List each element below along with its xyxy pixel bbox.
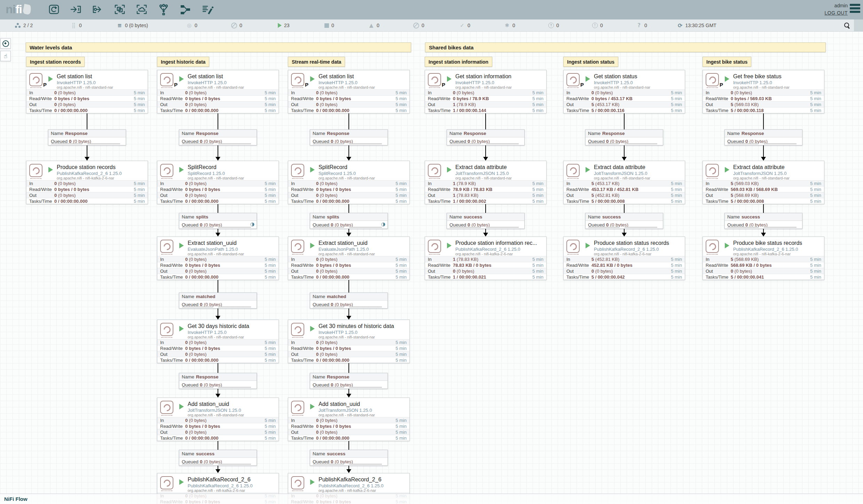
- processor-type: InvokeHTTP 1.25.0: [455, 80, 546, 86]
- processor-name: Get station status: [594, 73, 685, 80]
- status-locally-modified: ✱0: [504, 19, 515, 31]
- section-label[interactable]: Ingest station information: [425, 57, 492, 67]
- processor-stats: In1 (78.9 KB)5 minRead/Write78.9 KB / 78…: [425, 180, 546, 204]
- stat-row: Read/Write0 bytes / 0 bytes5 min: [288, 423, 409, 429]
- funnel-icon[interactable]: [157, 3, 170, 16]
- connection-label[interactable]: Name matched Queued 0 (0 bytes): [179, 293, 257, 309]
- stat-row: Read/Write0 bytes / 0 bytes5 min: [157, 423, 278, 429]
- run-status-running-icon: [48, 167, 53, 173]
- label-icon[interactable]: [201, 3, 214, 16]
- processor[interactable]: SplitRecord SplitRecord 1.25.0 org.apach…: [288, 161, 410, 204]
- processor[interactable]: Produce station records PublishKafkaReco…: [26, 161, 148, 204]
- processor[interactable]: P Get free bike status InvokeHTTP 1.25.0…: [703, 70, 824, 113]
- processor-name: Extract data attribute: [594, 164, 685, 171]
- input-port-icon[interactable]: [69, 3, 83, 16]
- connection-label[interactable]: Name Response Queued 0 (0 bytes): [310, 129, 388, 145]
- processor[interactable]: Extract station_uuid EvaluateJsonPath 1.…: [157, 237, 279, 280]
- connection-label[interactable]: Name success Queued 0 (0 bytes): [724, 213, 802, 229]
- processor-stats: In0 (0 bytes)5 minRead/Write0 bytes / 0 …: [157, 180, 278, 204]
- connection-label[interactable]: Name matched Queued 0 (0 bytes): [310, 293, 388, 309]
- processor-stats: In5 (452.81 KB)5 minRead/Write452.81 KB …: [564, 256, 685, 280]
- processor[interactable]: Add station_uuid JoltTransformJSON 1.25.…: [288, 398, 410, 441]
- section-label[interactable]: Ingest station status: [563, 57, 618, 67]
- processor-name: PublishKafkaRecord_2_6: [188, 476, 278, 483]
- stat-row: Out0 (0 bytes)5 min: [288, 101, 409, 107]
- processor-type: EvaluateJsonPath 1.25.0: [188, 247, 278, 252]
- operate-palette-button[interactable]: ☝: [0, 51, 11, 61]
- processor[interactable]: Add station_uuid JoltTransformJSON 1.25.…: [157, 398, 279, 441]
- section-label[interactable]: Ingest historic data: [157, 57, 209, 67]
- process-group-icon[interactable]: [113, 3, 126, 16]
- connection-arrowhead: [483, 157, 488, 161]
- stat-row: Read/Write0 bytes / 0 bytes5 min: [288, 345, 409, 351]
- logout-link[interactable]: LOG OUT: [824, 9, 848, 17]
- section-label[interactable]: Ingest station records: [26, 57, 85, 67]
- connection-name: splits: [327, 214, 339, 219]
- processor-type: SplitRecord 1.25.0: [319, 171, 409, 176]
- stat-row: Out0 (0 bytes)5 min: [157, 268, 278, 274]
- processor[interactable]: P Get station list InvokeHTTP 1.25.0 org…: [157, 70, 279, 113]
- run-status-running-icon: [447, 167, 452, 173]
- connection-name: success: [602, 214, 621, 219]
- stat-row: Out0 (0 bytes)5 min: [703, 268, 824, 274]
- connection-label[interactable]: Name Response Queued 0 (0 bytes): [585, 129, 663, 145]
- breadcrumb[interactable]: NiFi Flow: [4, 496, 28, 502]
- group-label[interactable]: Shared bikes data: [425, 42, 826, 52]
- processor[interactable]: Get 30 minutes of historic data InvokeHT…: [288, 320, 410, 363]
- processor-icon[interactable]: [47, 3, 61, 16]
- connection-label[interactable]: Name Response Queued 0 (0 bytes): [310, 373, 388, 389]
- processor-stats: In0 (0 bytes)5 minRead/Write0 bytes / 78…: [425, 89, 546, 113]
- remote-process-group-icon[interactable]: [135, 3, 148, 16]
- processor-stamp-icon: [160, 164, 173, 177]
- processor-stats: In0 (0 bytes)5 minRead/Write0 bytes / 0 …: [157, 256, 278, 280]
- stat-row: In0 (0 bytes)5 min: [564, 89, 685, 95]
- processor[interactable]: Produce station status records PublishKa…: [563, 237, 685, 280]
- stale-icon: ↑: [548, 23, 554, 28]
- global-menu-button[interactable]: [850, 4, 860, 13]
- connection-label[interactable]: Name success Queued 0 (0 bytes): [310, 450, 388, 466]
- group-label[interactable]: Water levels data: [26, 42, 411, 52]
- connection-label[interactable]: Name Response Queued 0 (0 bytes): [447, 129, 525, 145]
- processor[interactable]: P Get station list InvokeHTTP 1.25.0 org…: [288, 70, 410, 113]
- processor[interactable]: Extract data attribute JoltTransformJSON…: [703, 161, 824, 204]
- processor[interactable]: P Get station status InvokeHTTP 1.25.0 o…: [563, 70, 685, 113]
- navigate-palette-button[interactable]: [0, 38, 11, 49]
- processor[interactable]: P Get station information InvokeHTTP 1.2…: [425, 70, 547, 113]
- status-sync-failure: ?0: [636, 19, 647, 31]
- processor[interactable]: Produce station information rec... Publi…: [425, 237, 547, 280]
- connection-label[interactable]: Name splits Queued 0 (0 bytes) ◑: [310, 213, 388, 229]
- connection-label[interactable]: Name splits Queued 0 (0 bytes) ◑: [179, 213, 257, 229]
- processor[interactable]: Get 30 days historic data InvokeHTTP 1.2…: [157, 320, 279, 363]
- template-icon[interactable]: [179, 3, 192, 16]
- connection-label[interactable]: Name success Queued 0 (0 bytes): [447, 213, 525, 229]
- queue-size-bar: [218, 306, 251, 307]
- flow-canvas[interactable]: ☝ Water levels dataIngest station record…: [0, 31, 863, 504]
- output-port-icon[interactable]: [91, 3, 104, 16]
- processor[interactable]: P Get station list InvokeHTTP 1.25.0 org…: [26, 70, 148, 113]
- connection-label[interactable]: Name Response Queued 0 (0 bytes): [48, 129, 126, 145]
- search-icon[interactable]: [844, 22, 850, 29]
- sync-failure-icon: ?: [636, 23, 642, 29]
- processor[interactable]: Extract data attribute JoltTransformJSON…: [425, 161, 547, 204]
- section-label[interactable]: Ingest bike status: [703, 57, 751, 67]
- connection-label[interactable]: Name success Queued 0 (0 bytes): [585, 213, 663, 229]
- stat-row: Out0 (0 bytes)5 min: [288, 192, 409, 198]
- connection-label[interactable]: Name success Queued 0 (0 bytes): [179, 450, 257, 466]
- section-label[interactable]: Stream real-time data: [288, 57, 345, 67]
- stat-row: Out0 (0 bytes)5 min: [425, 268, 546, 274]
- connection-label[interactable]: Name Response Queued 0 (0 bytes): [179, 373, 257, 389]
- connection-label[interactable]: Name Response Queued 0 (0 bytes): [179, 129, 257, 145]
- processor[interactable]: Produce bike status records PublishKafka…: [703, 237, 824, 280]
- connection-name-key: Name: [182, 131, 194, 136]
- stat-row: Out0 (0 bytes)5 min: [288, 351, 409, 357]
- processor[interactable]: Extract data attribute JoltTransformJSON…: [563, 161, 685, 204]
- queue-count-bar: [450, 143, 480, 144]
- connection-label[interactable]: Name Response Queued 0 (0 bytes): [724, 129, 802, 145]
- disabled-icon: [413, 23, 419, 29]
- connection-name-key: Name: [588, 214, 601, 219]
- processor[interactable]: SplitRecord SplitRecord 1.25.0 org.apach…: [157, 161, 279, 204]
- refresh-button[interactable]: ⟳ 13:30:25 GMT: [678, 19, 716, 31]
- processor[interactable]: Extract station_uuid EvaluateJsonPath 1.…: [288, 237, 410, 280]
- processor-name: PublishKafkaRecord_2_6: [319, 476, 409, 483]
- processor-stamp-icon: [160, 240, 173, 253]
